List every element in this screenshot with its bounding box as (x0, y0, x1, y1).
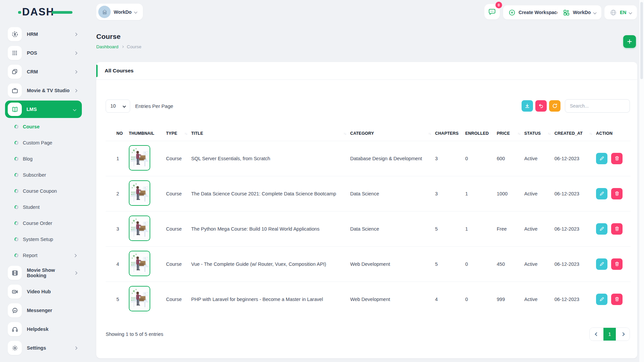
row-number: 4 (106, 246, 129, 282)
delete-button[interactable] (611, 153, 623, 164)
chevron-down-icon (123, 104, 126, 108)
course-price: 1000 (497, 176, 524, 211)
app-logo[interactable]: DASH (22, 6, 69, 18)
sidebar-item-settings[interactable]: Settings (0, 339, 87, 357)
course-thumbnail[interactable] (129, 145, 150, 171)
sidebar-item-movie-tv-studio[interactable]: Movie & TV Studio (0, 81, 87, 100)
sort-icon[interactable]: ↑↓ (589, 132, 592, 135)
course-type: Course (166, 176, 191, 211)
column-type[interactable]: TYPE↑↓ (166, 126, 191, 141)
row-number: 2 (106, 176, 129, 211)
notification-badge: 0 (495, 2, 502, 8)
course-thumbnail[interactable] (129, 216, 150, 241)
course-chapters: 5 (435, 246, 465, 282)
edit-button[interactable] (596, 223, 607, 235)
course-illustration (129, 181, 150, 205)
sort-icon[interactable]: ↑↓ (548, 132, 550, 135)
course-chapters: 3 (435, 141, 465, 176)
table-footer: Showing 1 to 5 of 5 entries 1 (106, 327, 630, 341)
hrm-icon (8, 27, 22, 41)
course-thumbnail[interactable] (129, 180, 150, 206)
course-type: Course (166, 246, 191, 282)
book-icon (8, 103, 22, 116)
trash-icon (614, 297, 620, 302)
course-thumbnail[interactable] (129, 251, 150, 276)
edit-button[interactable] (596, 188, 607, 199)
course-price: 999 (497, 282, 524, 317)
entries-select-value: 10 (110, 103, 116, 109)
course-enrolled: 0 (465, 246, 497, 282)
sidebar-item-lms[interactable]: LMS (5, 101, 82, 118)
course-status: Active (524, 246, 554, 282)
sidebar-item-movie-show-booking[interactable]: Movie Show Booking (0, 263, 87, 282)
workspace-avatar (98, 6, 111, 18)
sidebar-item-label: Movie Show Booking (27, 267, 74, 278)
page-scrollbar[interactable] (639, 0, 644, 362)
sidebar-subitem-course-order[interactable]: Course Order (0, 215, 87, 231)
chevron-right-icon (74, 271, 77, 275)
sidebar-item-hrm[interactable]: HRM (0, 25, 87, 44)
add-course-button[interactable] (623, 35, 636, 48)
globe-icon (610, 9, 617, 16)
edit-button[interactable] (596, 294, 607, 305)
delete-button[interactable] (611, 188, 623, 199)
sort-icon[interactable]: ↑↓ (343, 132, 346, 135)
sidebar-subitem-system-setup[interactable]: System Setup (0, 231, 87, 247)
refresh-button[interactable] (549, 100, 560, 112)
breadcrumb: Dashboard Course (96, 44, 142, 49)
delete-button[interactable] (611, 294, 623, 305)
delete-button[interactable] (611, 223, 623, 235)
sidebar-subitem-custom-page[interactable]: Custom Page (0, 135, 87, 151)
sidebar-item-video-hub[interactable]: Video Hub (0, 282, 87, 301)
current-workspace-pill[interactable]: WorkDo (96, 4, 143, 20)
sidebar-subitem-course-coupon[interactable]: Course Coupon (0, 183, 87, 199)
page-number-current[interactable]: 1 (603, 328, 616, 341)
sidebar-item-label: Helpdesk (27, 326, 87, 332)
sidebar-subitem-student[interactable]: Student (0, 199, 87, 215)
delete-button[interactable] (611, 258, 623, 270)
sidebar-subitem-blog[interactable]: Blog (0, 151, 87, 167)
previous-page-button[interactable] (590, 328, 603, 341)
chat-button[interactable]: 0 (484, 4, 500, 19)
reset-button[interactable] (535, 100, 547, 112)
course-created-at: 06-12-2023 (554, 282, 596, 317)
column-title[interactable]: TITLE↑↓ (191, 126, 350, 141)
search-input[interactable] (565, 99, 630, 113)
sort-icon[interactable]: ↑↓ (184, 132, 187, 135)
sidebar-subitem-course[interactable]: Course (0, 119, 87, 135)
chevron-right-icon (74, 89, 77, 92)
course-illustration (129, 216, 150, 240)
column-created-at[interactable]: CREATED_AT↑↓ (554, 126, 596, 141)
next-page-button[interactable] (616, 328, 630, 341)
column-price[interactable]: PRICE↑↓ (497, 126, 524, 141)
sidebar-item-messenger[interactable]: Messenger (0, 301, 87, 320)
chevron-down-icon (593, 11, 597, 14)
course-enrolled: 0 (465, 282, 497, 317)
export-button[interactable] (522, 100, 533, 112)
row-number: 1 (106, 141, 129, 176)
gear-icon (8, 341, 22, 355)
sidebar-item-label: Movie & TV Studio (27, 88, 74, 93)
sidebar-item-pos[interactable]: POS (0, 44, 87, 62)
sort-icon[interactable]: ↑↓ (428, 132, 431, 135)
showing-entries-text: Showing 1 to 5 of 5 entries (106, 331, 163, 337)
breadcrumb-dashboard-link[interactable]: Dashboard (96, 44, 118, 49)
course-thumbnail[interactable] (129, 286, 150, 311)
entries-label: Entries Per Page (135, 103, 173, 109)
column-status[interactable]: STATUS↑↓ (524, 126, 554, 141)
create-workspace-button[interactable]: Create Workspace (503, 5, 565, 19)
sidebar-subitem-report[interactable]: Report (0, 247, 87, 263)
edit-button[interactable] (596, 153, 607, 164)
entries-select[interactable]: 10 (106, 100, 130, 113)
sort-icon[interactable]: ↑↓ (518, 132, 520, 135)
edit-button[interactable] (596, 258, 607, 270)
course-title: Vue - The Complete Guide (w/ Router, Vue… (191, 246, 350, 282)
sidebar-item-crm[interactable]: CRM (0, 62, 87, 81)
course-status: Active (524, 282, 554, 317)
column-category[interactable]: CATEGORY↑↓ (350, 126, 435, 141)
scrollbar-thumb[interactable] (640, 2, 643, 79)
sidebar-subitem-subscriber[interactable]: Subscriber (0, 167, 87, 183)
workspace-switcher[interactable]: WorkDo (557, 5, 601, 19)
language-selector[interactable]: EN (604, 5, 637, 19)
sidebar-item-helpdesk[interactable]: Helpdesk (0, 320, 87, 339)
